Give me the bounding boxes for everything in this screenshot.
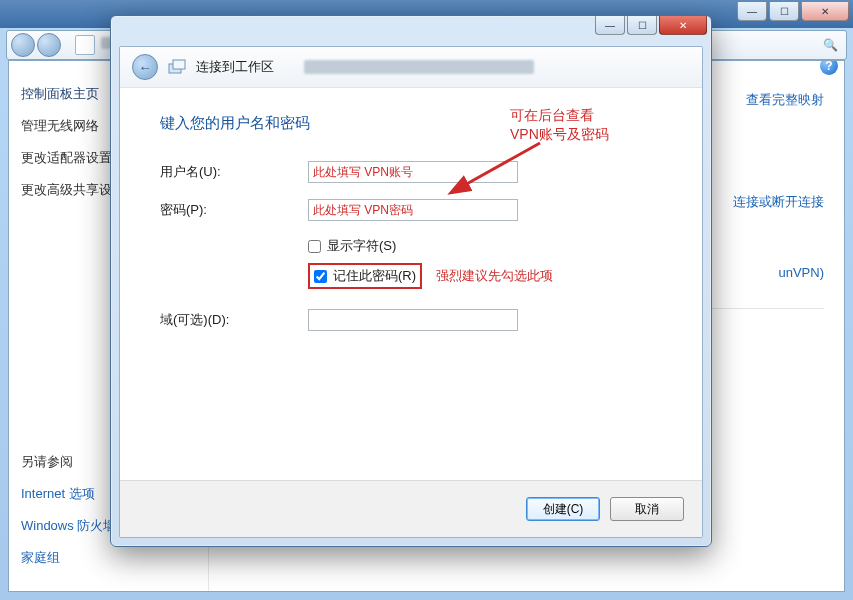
- wizard-title-icon: [168, 58, 186, 76]
- row-remember: 记住此密码(R) 强烈建议先勾选此项: [308, 263, 662, 289]
- nav-back-icon[interactable]: [11, 33, 35, 57]
- close-icon: ✕: [821, 6, 829, 17]
- minimize-icon: —: [605, 20, 615, 31]
- help-icon[interactable]: ?: [820, 60, 838, 75]
- row-domain: 域(可选)(D):: [160, 309, 662, 331]
- button-create[interactable]: 创建(C): [526, 497, 600, 521]
- label-username: 用户名(U):: [160, 163, 300, 181]
- row-username: 用户名(U):: [160, 161, 662, 183]
- wizard-titlebar: — ☐ ✕: [111, 16, 711, 44]
- link-unvpn[interactable]: unVPN): [778, 265, 824, 280]
- nav-forward-icon[interactable]: [37, 33, 61, 57]
- svg-rect-1: [173, 60, 185, 69]
- sidebar-link-homegroup[interactable]: 家庭组: [21, 549, 196, 567]
- close-icon: ✕: [679, 20, 687, 31]
- label-password: 密码(P):: [160, 201, 300, 219]
- wizard-content: 键入您的用户名和密码 用户名(U): 密码(P): 显示字符(S) 记住此密码(…: [120, 88, 702, 482]
- wizard-titlebar-controls: — ☐ ✕: [593, 16, 707, 35]
- highlight-remember: 记住此密码(R): [308, 263, 422, 289]
- search-icon: 🔍: [823, 38, 838, 52]
- wizard-close-button[interactable]: ✕: [659, 16, 707, 35]
- link-connect-disconnect[interactable]: 连接或断开连接: [733, 193, 824, 211]
- wizard-dialog: — ☐ ✕ ← 连接到工作区 键入您的用户名和密码 用户名(U):: [110, 15, 712, 547]
- wizard-title: 连接到工作区: [196, 58, 274, 76]
- label-domain: 域(可选)(D):: [160, 311, 300, 329]
- parent-title-controls: — ☐ ✕: [735, 2, 849, 21]
- parent-minimize-button[interactable]: —: [737, 2, 767, 21]
- maximize-icon: ☐: [638, 20, 647, 31]
- row-password: 密码(P):: [160, 199, 662, 221]
- row-show-chars: 显示字符(S): [308, 237, 662, 255]
- parent-close-button[interactable]: ✕: [801, 2, 849, 21]
- parent-maximize-button[interactable]: ☐: [769, 2, 799, 21]
- annotation-remember-advice: 强烈建议先勾选此项: [436, 267, 553, 285]
- input-username[interactable]: [308, 161, 518, 183]
- nav-back-forward[interactable]: [11, 33, 69, 57]
- back-icon: ←: [139, 60, 152, 75]
- checkbox-remember[interactable]: [314, 270, 327, 283]
- wizard-header: ← 连接到工作区: [120, 47, 702, 88]
- address-icon: [75, 35, 95, 55]
- wizard-minimize-button[interactable]: —: [595, 16, 625, 35]
- input-password[interactable]: [308, 199, 518, 221]
- link-view-full-map[interactable]: 查看完整映射: [746, 91, 824, 109]
- wizard-footer: 创建(C) 取消: [120, 480, 702, 537]
- wizard-back-button[interactable]: ←: [132, 54, 158, 80]
- label-remember: 记住此密码(R): [333, 267, 416, 285]
- wizard-body: ← 连接到工作区 键入您的用户名和密码 用户名(U): 密码(P):: [119, 46, 703, 538]
- wizard-subtitle-blurred: [304, 60, 534, 74]
- maximize-icon: ☐: [780, 6, 789, 17]
- minimize-icon: —: [747, 6, 757, 17]
- wizard-heading: 键入您的用户名和密码: [160, 114, 662, 133]
- wizard-maximize-button[interactable]: ☐: [627, 16, 657, 35]
- label-show-chars: 显示字符(S): [327, 237, 396, 255]
- input-domain[interactable]: [308, 309, 518, 331]
- button-cancel[interactable]: 取消: [610, 497, 684, 521]
- checkbox-show-chars[interactable]: [308, 240, 321, 253]
